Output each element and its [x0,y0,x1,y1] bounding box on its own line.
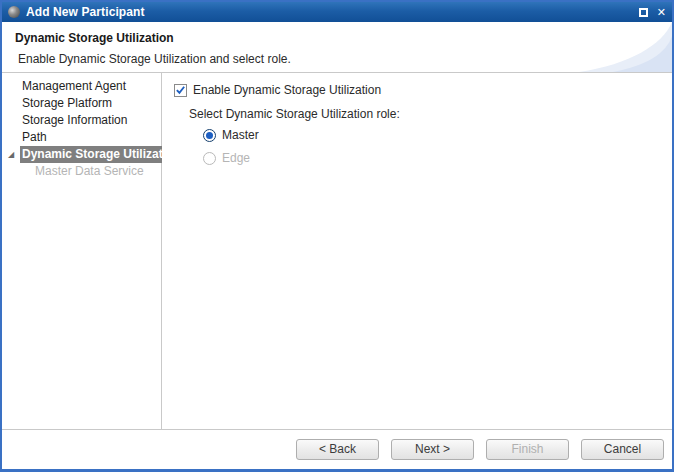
check-icon [175,84,186,96]
maximize-icon[interactable] [639,8,648,17]
radio-dot-icon [206,132,213,139]
app-icon [8,6,20,18]
edge-radio-label: Edge [222,151,250,165]
dialog-window: Add New Participant ✕ Dynamic Storage Ut… [0,0,674,472]
sidebar-item-path[interactable]: Path [2,129,161,146]
enable-dsu-checkbox[interactable] [174,84,187,97]
next-button[interactable]: Next > [391,439,474,460]
window-title: Add New Participant [26,5,145,19]
sidebar-item-management-agent[interactable]: Management Agent [2,78,161,95]
enable-dsu-checkbox-label[interactable]: Enable Dynamic Storage Utilization [193,83,381,97]
page-subtitle: Enable Dynamic Storage Utilization and s… [18,52,672,66]
sidebar-item-label: Dynamic Storage Utilization [20,146,183,163]
cancel-button[interactable]: Cancel [581,439,664,460]
tree-expander-icon[interactable]: ◢ [8,146,14,163]
role-prompt-label: Select Dynamic Storage Utilization role: [189,107,400,121]
radio-row-edge: Edge [203,151,250,165]
finish-button: Finish [486,439,569,460]
enable-dsu-checkbox-row: Enable Dynamic Storage Utilization [174,83,381,97]
back-button[interactable]: < Back [296,439,379,460]
sidebar-item-dynamic-storage-utilization[interactable]: ◢ Dynamic Storage Utilization [2,146,161,163]
window-controls: ✕ [639,7,666,18]
sidebar-item-master-data-service: Master Data Service [2,163,161,180]
wizard-page-content: Enable Dynamic Storage Utilization Selec… [162,73,672,429]
radio-row-master: Master [203,128,259,142]
page-title: Dynamic Storage Utilization [15,31,672,45]
wizard-body: Management Agent Storage Platform Storag… [2,73,672,429]
sidebar-item-storage-platform[interactable]: Storage Platform [2,95,161,112]
wizard-header: Dynamic Storage Utilization Enable Dynam… [2,22,672,73]
edge-radio [203,152,216,165]
sidebar-item-storage-information[interactable]: Storage Information [2,112,161,129]
close-icon[interactable]: ✕ [657,7,666,18]
titlebar: Add New Participant ✕ [2,2,672,22]
master-radio[interactable] [203,129,216,142]
wizard-step-list: Management Agent Storage Platform Storag… [2,73,162,429]
master-radio-label[interactable]: Master [222,128,259,142]
wizard-button-bar: < Back Next > Finish Cancel [2,429,672,467]
